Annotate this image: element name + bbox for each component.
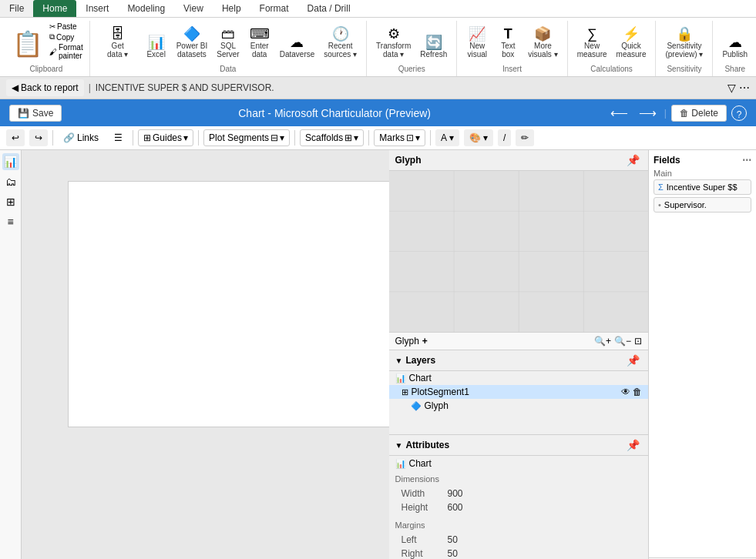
glyph-pin-icon[interactable]: 📌 <box>624 153 642 167</box>
tab-file[interactable]: File <box>0 0 33 17</box>
layer-plot-segment[interactable]: ⊞ PlotSegment1 👁 🗑 <box>389 385 649 399</box>
layer-chart[interactable]: 📊 Chart <box>389 371 649 385</box>
save-button[interactable]: 💾 Save <box>9 105 62 122</box>
attributes-collapse[interactable]: ▼ Attributes <box>395 440 450 450</box>
font-btn[interactable]: A ▾ <box>435 129 459 146</box>
excel-button[interactable]: 📊 Excel <box>143 34 170 60</box>
plot-segments-dropdown[interactable]: Plot Segments ⊟ ▾ <box>203 129 290 146</box>
transform-data-label: Transformdata ▾ <box>376 42 411 59</box>
breadcrumb: INCENTIVE SUPER $ AND SUPERVISOR. <box>96 82 274 93</box>
tab-format[interactable]: Format <box>250 0 298 17</box>
help-icon[interactable]: ? <box>731 105 747 121</box>
ribbon-content: 📋 ✂ Paste ⧉ Copy 🖌 Format painter <box>0 18 756 76</box>
layer-visibility-icon[interactable]: 👁 <box>621 387 630 397</box>
excel-label: Excel <box>146 50 165 59</box>
tab-modeling[interactable]: Modeling <box>118 0 174 17</box>
copy-button[interactable]: ⧉ Copy <box>49 32 83 42</box>
attributes-pin-icon[interactable]: 📌 <box>624 438 642 452</box>
list-icon-btn[interactable]: ☰ <box>109 129 128 146</box>
glyph-canvas[interactable] <box>389 171 649 332</box>
recent-sources-icon: 🕐 <box>332 27 349 41</box>
more-visuals-icon: 📦 <box>534 27 551 41</box>
recent-sources-button[interactable]: 🕐 Recentsources ▾ <box>321 25 360 60</box>
more-options-icon[interactable]: ⋯ <box>739 82 750 94</box>
layers-pin-icon[interactable]: 📌 <box>624 353 642 367</box>
new-measure-label: Newmeasure <box>577 42 607 59</box>
links-button[interactable]: 🔗 Links <box>58 129 104 146</box>
delete-button[interactable]: 🗑 Delete <box>671 105 727 122</box>
calculations-group: ∑ Newmeasure ⚡ Quickmeasure Calculations <box>568 21 657 76</box>
glyph-zoom-in-icon[interactable]: 🔍+ <box>594 336 611 346</box>
scaffolds-dropdown[interactable]: Scaffolds ⊞ ▾ <box>300 129 364 146</box>
layers-collapse[interactable]: ▼ Layers <box>395 355 436 366</box>
layers-icon: ≡ <box>7 216 13 228</box>
chart-title: Chart - Microsoft Charticulator (Preview… <box>62 107 606 119</box>
text-box-icon: T <box>504 27 512 41</box>
back-to-report-button[interactable]: ◀ Back to report <box>6 79 84 96</box>
glyph-zoom-out-icon[interactable]: 🔍− <box>614 336 631 346</box>
pencil-btn[interactable]: ✏ <box>516 129 534 146</box>
enter-data-button[interactable]: ⌨ Enterdata <box>246 25 274 60</box>
glyph-zoom-fit-icon[interactable]: ⊡ <box>634 336 642 346</box>
attributes-collapse-arrow: ▼ <box>395 441 403 450</box>
cut-button[interactable]: ✂ Paste <box>49 22 83 31</box>
sql-server-button[interactable]: 🗃 SQLServer <box>213 25 242 60</box>
dataverse-button[interactable]: ☁ Dataverse <box>277 34 318 60</box>
layer-glyph-label: Glyph <box>425 400 449 411</box>
filter-icon[interactable]: ▽ <box>727 82 736 94</box>
sidebar-icon-layers[interactable]: ≡ <box>2 213 19 230</box>
right-sidebar: Fields ⋯ Main Σ Incentive Super $$ • Sup… <box>648 150 756 559</box>
sensitivity-button[interactable]: 🔒 Sensitivity(preview) ▾ <box>662 25 706 60</box>
glyph-panel-actions: 📌 <box>624 153 642 167</box>
clipboard-group-inner: 📋 ✂ Paste ⧉ Copy 🖌 Format painter <box>9 21 83 60</box>
quick-measure-button[interactable]: ⚡ Quickmeasure <box>613 25 650 60</box>
expand-right-icon[interactable]: ⟶ <box>636 104 660 122</box>
redo-button[interactable]: ↪ <box>29 129 48 146</box>
tab-home[interactable]: Home <box>33 0 76 17</box>
tab-view[interactable]: View <box>174 0 213 17</box>
new-visual-button[interactable]: 📈 Newvisual <box>463 25 491 60</box>
dimensions-title: Dimensions <box>395 474 643 484</box>
tab-help[interactable]: Help <box>213 0 250 17</box>
sidebar-icon-chart[interactable]: 📊 <box>2 153 19 170</box>
attributes-panel-header: ▼ Attributes 📌 <box>389 435 649 456</box>
publish-button[interactable]: ☁ Publish <box>719 34 751 60</box>
sidebar-icon-grid[interactable]: ⊞ <box>2 193 19 210</box>
new-measure-button[interactable]: ∑ Newmeasure <box>574 25 610 60</box>
marks-dropdown[interactable]: Marks ⊡ ▾ <box>374 129 425 146</box>
field-incentive[interactable]: Σ Incentive Super $$ <box>654 179 751 195</box>
excel-icon: 📊 <box>148 35 165 49</box>
field-supervisor[interactable]: • Supervisor. <box>654 197 751 213</box>
marks-icon: ⊡ <box>406 132 414 143</box>
guides-dropdown[interactable]: ⊞ Guides ▾ <box>138 129 193 146</box>
layers-title: Layers <box>405 355 435 366</box>
glyph-add-button[interactable]: + <box>422 336 428 346</box>
layer-glyph-icon: 🔷 <box>411 401 422 411</box>
text-box-button[interactable]: T Textbox <box>494 25 522 60</box>
layer-delete-icon[interactable]: 🗑 <box>633 387 642 397</box>
fill-btn[interactable]: 🎨 ▾ <box>464 129 493 146</box>
sql-server-label: SQLServer <box>217 42 239 59</box>
tab-insert[interactable]: Insert <box>76 0 118 17</box>
power-bi-button[interactable]: 🔷 Power BIdatasets <box>173 25 211 60</box>
stroke-btn[interactable]: / <box>498 129 511 146</box>
refresh-button[interactable]: 🔄 Refresh <box>417 34 450 60</box>
more-visuals-button[interactable]: 📦 Morevisuals ▾ <box>525 25 560 60</box>
get-data-button[interactable]: 🗄 Getdata ▾ <box>96 25 139 60</box>
transform-data-button[interactable]: ⚙ Transformdata ▾ <box>373 25 414 60</box>
format-painter-button[interactable]: 🖌 Format painter <box>49 43 83 60</box>
attr-chart-item[interactable]: 📊 Chart <box>389 456 649 471</box>
paste-button[interactable]: 📋 <box>9 28 46 60</box>
sidebar-icon-data[interactable]: 🗂 <box>2 173 19 190</box>
fields-more-icon[interactable]: ⋯ <box>742 155 751 166</box>
canvas-area[interactable] <box>22 150 389 559</box>
plot-segments-icon: ⊟ <box>270 132 278 143</box>
chart-icon: 📊 <box>4 156 17 168</box>
guides-icon: ⊞ <box>143 132 151 143</box>
left-label: Left <box>402 534 448 545</box>
dimensions-section: Dimensions Width 900 Height 600 <box>389 471 649 517</box>
expand-left-icon[interactable]: ⟵ <box>607 104 631 122</box>
layer-glyph[interactable]: 🔷 Glyph <box>389 399 649 413</box>
tab-data-drill[interactable]: Data / Drill <box>298 0 360 17</box>
undo-button[interactable]: ↩ <box>6 129 25 146</box>
